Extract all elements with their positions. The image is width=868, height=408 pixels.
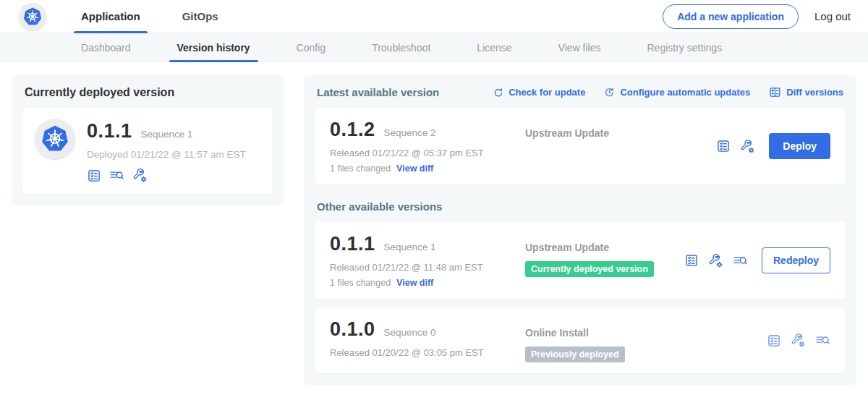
config-icon[interactable] <box>132 168 148 183</box>
preflight-checks-icon[interactable] <box>684 253 699 268</box>
subnav-tab-label: Version history <box>177 42 250 54</box>
released-timestamp: Released 01/20/22 @ 03:05 pm EST <box>330 347 509 358</box>
version-info: 0.1.1 Sequence 1 Released 01/21/22 @ 11:… <box>330 233 509 288</box>
diff-versions-label: Diff versions <box>786 87 843 98</box>
subnav-tab-dashboard[interactable]: Dashboard <box>79 33 133 62</box>
top-nav: Application GitOps Add a new application… <box>0 0 868 33</box>
view-diff-link[interactable]: View diff <box>396 163 433 174</box>
version-source: Upstream Update Currently deployed versi… <box>509 233 684 288</box>
subnav-tab-config[interactable]: Config <box>294 33 328 62</box>
preflight-checks-icon[interactable] <box>716 139 731 153</box>
subnav-tab-view-files[interactable]: View files <box>556 33 603 62</box>
check-for-update-label: Check for update <box>509 87 585 98</box>
currently-deployed-panel: Currently deployed version 0.1.1 Sequenc… <box>12 75 284 205</box>
version-row-0-1-2: 0.1.2 Sequence 2 Released 01/21/22 @ 05:… <box>315 108 845 184</box>
version-actions: Deploy <box>716 119 830 174</box>
subnav-tab-label: Registry settings <box>647 42 722 54</box>
files-changed-label: 1 files changed <box>330 163 391 174</box>
check-for-update-link[interactable]: Check for update <box>493 87 585 98</box>
configure-automatic-updates-link[interactable]: Configure automatic updates <box>604 87 750 98</box>
version-history-panel: Latest available version Check for updat… <box>304 75 856 385</box>
diff-icon <box>769 86 781 98</box>
currently-deployed-title: Currently deployed version <box>25 86 272 99</box>
app-version-logo <box>35 119 75 159</box>
deployed-sequence-label: Sequence 1 <box>141 129 193 140</box>
subnav-tab-version-history[interactable]: Version history <box>175 33 252 62</box>
view-diff-link[interactable]: View diff <box>396 278 433 288</box>
tab-application[interactable]: Application <box>77 0 145 33</box>
sequence-label: Sequence 1 <box>384 242 436 252</box>
latest-available-title: Latest available version <box>317 86 439 98</box>
version-number: 0.1.0 <box>330 318 375 341</box>
preflight-checks-icon[interactable] <box>87 169 101 183</box>
other-available-title: Other available versions <box>317 200 843 213</box>
version-info: 0.1.0 Sequence 0 Released 01/20/22 @ 03:… <box>330 318 509 362</box>
version-number: 0.1.2 <box>330 119 375 141</box>
source-label: Upstream Update <box>525 242 684 253</box>
subnav-tab-label: Troubleshoot <box>372 42 430 54</box>
previously-deployed-badge: Previously deployed <box>525 347 625 362</box>
clock-refresh-icon <box>604 87 615 98</box>
app-logo[interactable] <box>19 3 46 30</box>
version-actions <box>767 318 830 362</box>
version-row-0-1-0: 0.1.0 Sequence 0 Released 01/20/22 @ 03:… <box>315 307 845 373</box>
redeploy-button[interactable]: Redeploy <box>762 247 830 273</box>
subnav-tab-label: Config <box>297 42 326 54</box>
deploy-logs-icon[interactable] <box>733 253 748 268</box>
version-row-0-1-1: 0.1.1 Sequence 1 Released 01/21/22 @ 11:… <box>315 222 845 299</box>
sequence-label: Sequence 2 <box>384 127 436 138</box>
version-number: 0.1.1 <box>330 233 375 255</box>
files-changed-label: 1 files changed <box>330 278 391 288</box>
deployed-info: 0.1.1 Sequence 1 Deployed 01/21/22 @ 11:… <box>87 119 246 183</box>
preflight-checks-icon[interactable] <box>767 333 781 348</box>
refresh-icon <box>493 88 503 98</box>
deployed-action-icons <box>87 168 246 183</box>
currently-deployed-card: 0.1.1 Sequence 1 Deployed 01/21/22 @ 11:… <box>23 108 272 194</box>
sequence-label: Sequence 0 <box>384 327 436 338</box>
latest-version-header-row: Latest available version Check for updat… <box>317 86 843 98</box>
top-nav-tabs: Application GitOps <box>77 0 223 33</box>
kubernetes-logo-icon <box>39 123 71 155</box>
deploy-logs-icon[interactable] <box>815 333 830 348</box>
tab-gitops[interactable]: GitOps <box>178 0 223 33</box>
subnav-tab-label: License <box>477 42 511 54</box>
subnav-tab-registry-settings[interactable]: Registry settings <box>645 33 724 62</box>
source-label: Online Install <box>525 327 767 339</box>
diff-versions-link[interactable]: Diff versions <box>769 86 843 98</box>
released-timestamp: Released 01/21/22 @ 05:37 pm EST <box>330 148 509 158</box>
source-label: Upstream Update <box>525 127 716 139</box>
tab-gitops-label: GitOps <box>182 10 218 22</box>
config-icon[interactable] <box>708 253 723 268</box>
version-actions: Redeploy <box>684 233 830 288</box>
app-sub-nav: Dashboard Version history Config Trouble… <box>0 33 868 62</box>
other-versions-list: 0.1.1 Sequence 1 Released 01/21/22 @ 11:… <box>315 222 845 373</box>
subnav-tab-license[interactable]: License <box>475 33 514 62</box>
subnav-tab-label: Dashboard <box>81 42 131 54</box>
config-icon[interactable] <box>740 139 755 154</box>
configure-automatic-updates-label: Configure automatic updates <box>620 87 750 98</box>
deployed-version-number: 0.1.1 <box>87 120 132 143</box>
logout-link[interactable]: Log out <box>814 10 851 22</box>
deployed-timestamp: Deployed 01/21/22 @ 11:57 am EST <box>87 149 246 160</box>
version-info: 0.1.2 Sequence 2 Released 01/21/22 @ 05:… <box>330 119 509 174</box>
deploy-button[interactable]: Deploy <box>769 133 830 159</box>
deploy-logs-icon[interactable] <box>109 168 124 183</box>
version-source: Upstream Update <box>509 119 716 174</box>
subnav-tab-label: View files <box>558 42 601 54</box>
main-content: Currently deployed version 0.1.1 Sequenc… <box>0 62 868 385</box>
released-timestamp: Released 01/21/22 @ 11:48 am EST <box>330 262 509 273</box>
kubernetes-logo-icon <box>22 6 43 27</box>
panel-actions: Check for update Configure automatic upd… <box>493 86 843 98</box>
version-source: Online Install Previously deployed <box>509 318 767 362</box>
tab-application-label: Application <box>81 10 140 22</box>
config-icon[interactable] <box>791 333 806 348</box>
add-application-button[interactable]: Add a new application <box>663 4 799 29</box>
currently-deployed-badge: Currently deployed version <box>525 261 654 277</box>
top-nav-right: Add a new application Log out <box>663 4 851 29</box>
subnav-tab-troubleshoot[interactable]: Troubleshoot <box>370 33 433 62</box>
